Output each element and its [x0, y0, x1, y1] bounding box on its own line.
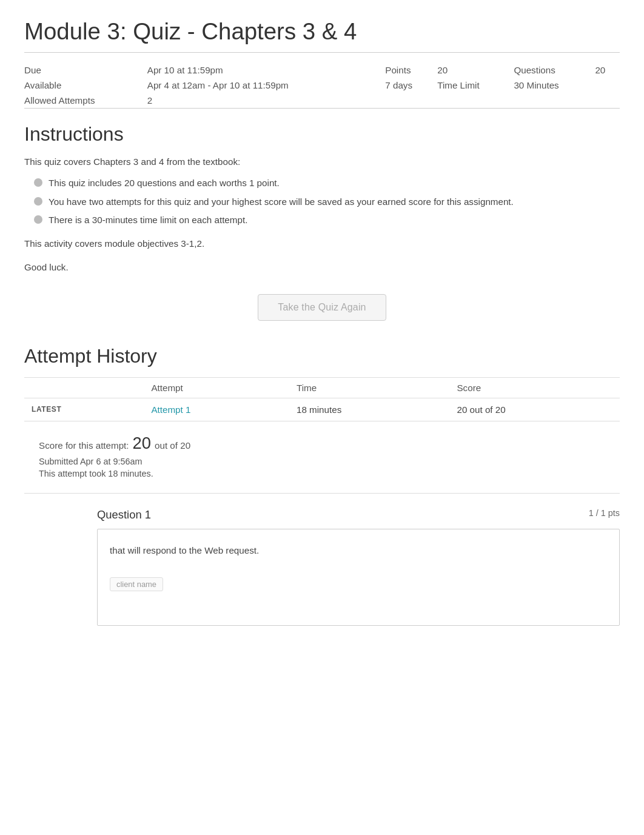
- due-value: Apr 10 at 11:59pm: [147, 62, 386, 78]
- score-for-attempt-line: Score for this attempt: 20 out of 20: [39, 434, 605, 453]
- bullet-dot-2: [34, 197, 42, 206]
- take-quiz-button-wrap: Take the Quiz Again: [24, 294, 620, 321]
- bullet-item-2: You have two attempts for this quiz and …: [34, 195, 620, 209]
- score-big-number: 20: [133, 434, 151, 453]
- duration-line: This attempt took 18 minutes.: [39, 469, 605, 478]
- available-label: Available: [24, 78, 147, 93]
- available-note: 7 days: [385, 78, 437, 93]
- due-label: Due: [24, 62, 147, 78]
- bullet-item-3: There is a 30-minutes time limit on each…: [34, 213, 620, 227]
- allowed-attempts-label: Allowed Attempts: [24, 93, 147, 109]
- attempt-time: 18 minutes: [289, 398, 450, 421]
- page-title: Module 3: Quiz - Chapters 3 & 4: [24, 18, 620, 53]
- instructions-intro: This quiz covers Chapters 3 and 4 from t…: [24, 155, 620, 169]
- answer-blank: client name: [110, 577, 163, 591]
- instructions-good-luck: Good luck.: [24, 261, 620, 275]
- bullet-dot-1: [34, 178, 42, 187]
- question-1-content-box: that will respond to the Web request. cl…: [97, 529, 620, 626]
- col-blank: [24, 377, 144, 398]
- questions-label: Questions: [514, 62, 595, 78]
- score-out-of: out of 20: [155, 440, 190, 451]
- instructions-heading: Instructions: [24, 123, 620, 146]
- attempt-score: 20 out of 20: [449, 398, 620, 421]
- col-score: Score: [449, 377, 620, 398]
- questions-value: 20: [595, 62, 620, 78]
- bullet-item-1: This quiz includes 20 questions and each…: [34, 176, 620, 190]
- col-attempt: Attempt: [144, 377, 289, 398]
- time-limit-value: 30 Minutes: [514, 78, 595, 93]
- col-time: Time: [289, 377, 450, 398]
- allowed-attempts-value: 2: [147, 93, 386, 109]
- attempt-history-table: Attempt Time Score LATEST Attempt 1 18 m…: [24, 377, 620, 421]
- attempt-history-heading: Attempt History: [24, 345, 620, 367]
- take-quiz-button[interactable]: Take the Quiz Again: [258, 294, 386, 321]
- question-1-header: Question 1 1 / 1 pts: [97, 508, 620, 521]
- score-for-attempt-label: Score for this attempt:: [39, 440, 129, 451]
- question-1-title: Question 1: [97, 508, 151, 521]
- table-row: LATEST Attempt 1 18 minutes 20 out of 20: [24, 398, 620, 421]
- instructions-outro1: This activity covers module objectives 3…: [24, 237, 620, 251]
- question-1-pts: 1 / 1 pts: [589, 508, 620, 518]
- attempt-1-link[interactable]: Attempt 1: [151, 404, 190, 415]
- attempt-link-cell[interactable]: Attempt 1: [144, 398, 289, 421]
- question-1-text: that will respond to the Web request.: [110, 544, 607, 558]
- answer-blank-wrap: client name: [110, 572, 607, 591]
- bullet-dot-3: [34, 215, 42, 224]
- instructions-bullets: This quiz includes 20 questions and each…: [34, 176, 620, 227]
- question-1-section: Question 1 1 / 1 pts that will respond t…: [24, 508, 620, 626]
- quiz-meta: Due Apr 10 at 11:59pm Points 20 Question…: [24, 62, 620, 109]
- submitted-line: Submitted Apr 6 at 9:56am: [39, 457, 605, 466]
- available-value: Apr 4 at 12am - Apr 10 at 11:59pm: [147, 78, 386, 93]
- attempt-details: Score for this attempt: 20 out of 20 Sub…: [24, 421, 620, 494]
- points-label: Points: [385, 62, 437, 78]
- time-limit-label: Time Limit: [437, 78, 514, 93]
- latest-badge: LATEST: [24, 398, 144, 421]
- points-value: 20: [437, 62, 514, 78]
